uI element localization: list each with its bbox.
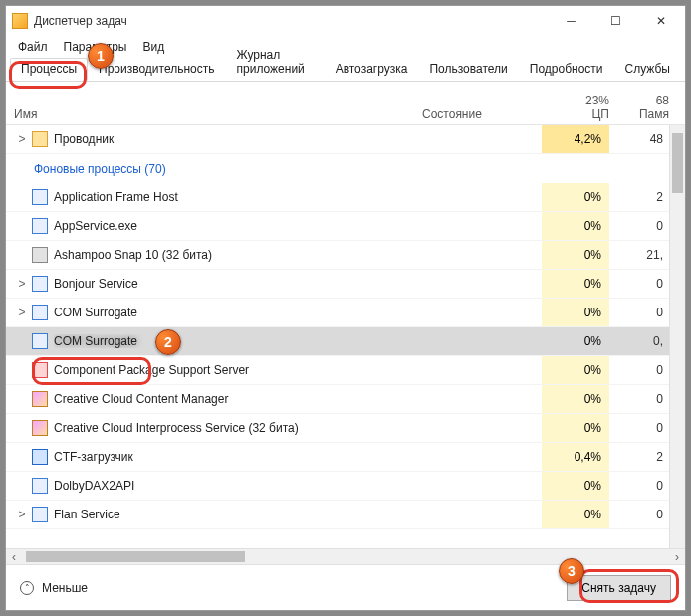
process-row[interactable]: Component Package Support Server0%0	[6, 356, 669, 385]
process-icon	[32, 391, 48, 407]
process-name: Application Frame Host	[54, 190, 422, 204]
process-name: COM Surrogate	[54, 334, 422, 348]
process-cpu: 0%	[542, 241, 609, 269]
process-row[interactable]: >COM Surrogate0%0	[6, 299, 669, 327]
process-cpu: 0%	[542, 501, 609, 528]
expand-icon[interactable]: >	[14, 132, 30, 146]
process-row[interactable]: COM Surrogate0%0,	[6, 327, 669, 356]
tab-users[interactable]: Пользователи	[418, 58, 518, 81]
process-mem: 0	[609, 421, 669, 435]
badge-1: 1	[88, 43, 114, 69]
fewer-details-label: Меньше	[42, 581, 88, 595]
process-mem: 0	[609, 392, 669, 406]
scroll-left-icon[interactable]: ‹	[6, 549, 22, 564]
process-row[interactable]: >Проводник4,2%48	[6, 125, 669, 154]
col-state[interactable]: Состояние	[422, 107, 542, 121]
app-icon	[12, 13, 28, 29]
process-name: Ashampoo Snap 10 (32 бита)	[54, 248, 422, 262]
tab-services[interactable]: Службы	[614, 58, 681, 81]
chevron-up-icon: ˄	[20, 581, 34, 595]
process-name: Creative Cloud Interprocess Service (32 …	[54, 421, 422, 435]
col-memory[interactable]: 68 Памя	[609, 94, 669, 121]
col-cpu[interactable]: 23% ЦП	[542, 94, 609, 121]
process-mem: 0	[609, 219, 669, 233]
process-cpu: 0%	[542, 270, 609, 298]
process-icon	[32, 507, 48, 522]
column-header[interactable]: Имя Состояние 23% ЦП 68 Памя	[6, 82, 685, 125]
process-cpu: 0%	[542, 356, 609, 384]
col-name[interactable]: Имя	[14, 107, 422, 121]
process-cpu: 0%	[542, 299, 609, 326]
cpu-percent: 23%	[542, 94, 609, 107]
process-name: Creative Cloud Content Manager	[54, 392, 422, 406]
process-icon	[32, 362, 48, 378]
process-name: Bonjour Service	[54, 277, 422, 291]
process-icon	[32, 449, 48, 465]
tab-processes[interactable]: Процессы	[10, 58, 88, 81]
title-bar[interactable]: Диспетчер задач ─ ☐ ✕	[6, 6, 685, 36]
process-mem: 0	[609, 306, 669, 319]
badge-2: 2	[155, 329, 181, 355]
process-cpu: 0%	[542, 327, 609, 355]
maximize-button[interactable]: ☐	[593, 7, 638, 35]
tab-app-history[interactable]: Журнал приложений	[226, 44, 325, 81]
process-cpu: 0%	[542, 472, 609, 500]
menu-view[interactable]: Вид	[134, 38, 172, 56]
process-icon	[32, 478, 48, 494]
process-icon	[32, 131, 48, 147]
process-mem: 21,	[609, 248, 669, 262]
process-mem: 0	[609, 508, 669, 521]
hscroll-thumb[interactable]	[26, 551, 245, 562]
process-name: COM Surrogate	[54, 306, 422, 319]
task-manager-window: Диспетчер задач ─ ☐ ✕ Файл Параметры Вид…	[5, 5, 686, 611]
process-icon	[32, 218, 48, 234]
process-row[interactable]: DolbyDAX2API0%0	[6, 472, 669, 501]
expand-icon[interactable]: >	[14, 277, 30, 291]
process-row[interactable]: CTF-загрузчик0,4%2	[6, 443, 669, 472]
end-task-button[interactable]: Снять задачу	[567, 575, 671, 601]
minimize-button[interactable]: ─	[549, 7, 593, 35]
process-cpu: 0%	[542, 212, 609, 240]
scroll-right-icon[interactable]: ›	[669, 549, 685, 564]
process-row[interactable]: Ashampoo Snap 10 (32 бита)0%21,	[6, 241, 669, 270]
badge-3: 3	[559, 558, 584, 584]
process-mem: 2	[609, 190, 669, 204]
window-title: Диспетчер задач	[34, 14, 127, 28]
process-icon	[32, 276, 48, 292]
process-icon	[32, 420, 48, 436]
process-name: Проводник	[54, 132, 422, 146]
cpu-label: ЦП	[542, 107, 609, 121]
process-row[interactable]: >Bonjour Service0%0	[6, 270, 669, 299]
process-cpu: 0%	[542, 414, 609, 442]
process-row[interactable]: AppService.exe0%0	[6, 212, 669, 241]
process-row[interactable]: Application Frame Host0%2	[6, 183, 669, 212]
process-mem: 0	[609, 277, 669, 291]
section-header: Фоновые процессы (70)	[6, 154, 669, 183]
close-button[interactable]: ✕	[638, 7, 683, 35]
process-row[interactable]: Creative Cloud Content Manager0%0	[6, 385, 669, 414]
fewer-details-button[interactable]: ˄ Меньше	[20, 581, 88, 595]
menu-file[interactable]: Файл	[10, 38, 56, 56]
process-name: AppService.exe	[54, 219, 422, 233]
process-icon	[32, 247, 48, 263]
process-mem: 0,	[609, 334, 669, 348]
process-cpu: 0%	[542, 385, 609, 413]
vertical-scrollbar[interactable]	[669, 125, 685, 548]
process-mem: 0	[609, 363, 669, 377]
process-name: Component Package Support Server	[54, 363, 422, 377]
expand-icon[interactable]: >	[14, 508, 30, 521]
process-mem: 0	[609, 479, 669, 493]
process-mem: 2	[609, 450, 669, 464]
process-cpu: 4,2%	[542, 125, 609, 153]
process-name: Flan Service	[54, 508, 422, 521]
process-mem: 48	[609, 132, 669, 146]
tab-details[interactable]: Подробности	[519, 58, 614, 81]
process-row[interactable]: Creative Cloud Interprocess Service (32 …	[6, 414, 669, 443]
tab-startup[interactable]: Автозагрузка	[325, 58, 419, 81]
expand-icon[interactable]: >	[14, 306, 30, 319]
process-name: CTF-загрузчик	[54, 450, 422, 464]
horizontal-scrollbar[interactable]: ‹ ›	[6, 548, 685, 564]
process-name: DolbyDAX2API	[54, 479, 422, 493]
scroll-thumb[interactable]	[672, 133, 683, 193]
process-row[interactable]: >Flan Service0%0	[6, 501, 669, 529]
